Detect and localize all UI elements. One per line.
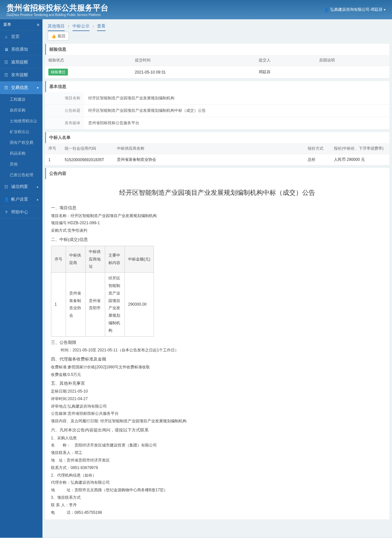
col-submitter: 提交人: [255, 55, 316, 66]
monitor-icon: 🖥: [4, 47, 8, 52]
contact-title: 3、项目联系方式: [51, 494, 384, 501]
breadcrumb-sep: ›: [68, 24, 69, 28]
cell-method: 总价: [304, 154, 331, 165]
buyer-tel: 联系方式：0851-83879976: [51, 464, 384, 472]
cell-submitter: 邓廷容: [255, 66, 316, 78]
sidebar-item-trade-info[interactable]: ☶ 交易信息 ▾: [0, 81, 42, 94]
sidebar-item-overdue[interactable]: ☶ 逾期提醒: [0, 56, 42, 69]
sidebar-item-help[interactable]: ? 帮助中心: [0, 206, 42, 219]
cell: 290000.00: [125, 273, 154, 336]
submenu-other[interactable]: 其他: [0, 159, 42, 170]
info-label: 发布媒体: [45, 117, 84, 129]
submenu-gov-procure[interactable]: 政府采购: [0, 105, 42, 116]
app-subtitle: GuiZhou Province Tendering and Bidding P…: [7, 13, 108, 17]
cell-code: 51520000569201835T: [61, 154, 114, 165]
list-icon: ☶: [4, 60, 8, 65]
menu-label: 菜单: [3, 22, 11, 27]
help-icon: ?: [4, 210, 8, 215]
info-row: 项目名称 经开区智能制造产业园项目产业发展规划编制机构: [45, 92, 389, 105]
sidebar-item-home[interactable]: ⌂ 首页: [0, 30, 42, 43]
fee-std: 收费标准:参照国家计价格[2002]1980号文件收费标准收取: [51, 363, 384, 371]
notice-main-title: 经开区智能制造产业园项目产业发展规划编制机构中标（成交）公告: [51, 182, 384, 203]
list-icon: ☶: [4, 85, 8, 90]
col-amount: 中标金额(元): [125, 246, 154, 272]
decide-date: 定标日期:2021-05-10: [51, 388, 384, 395]
verify-panel: 核验信息 核验状态 提交时间 提交人 原因说明 核验通过 2021-05-10 …: [45, 44, 389, 78]
info-row: 公告标题 经开区智能制造产业园项目产业发展规划编制机构中标（成交）公告: [45, 105, 389, 117]
col-content: 主要中标内容: [105, 246, 125, 272]
col-status: 核验状态: [45, 55, 132, 66]
info-value: 经开区智能制造产业园项目产业发展规划编制机构: [84, 92, 389, 104]
sidebar-item-credit[interactable]: ☷ 诚信档案 ▸: [0, 180, 42, 193]
contact-person: 联 系 人：李丹: [51, 501, 384, 509]
hamburger-icon[interactable]: ≡: [37, 23, 39, 27]
sidebar-item-label: 系统通知: [11, 46, 28, 52]
main-content: 其他项目 › 中标公示 › 查看 👍 返回 核验信息 核验状态 提交时间 提交人…: [42, 19, 392, 538]
cell: 经开区智能制造产业园项目产业发展规划编制机构: [105, 273, 125, 336]
cell-supplier: 贵州省装备制造业协会: [114, 154, 304, 165]
sidebar-item-label: 诚信档案: [11, 184, 28, 190]
thumbs-up-icon: 👍: [51, 34, 56, 39]
chevron-down-icon: ▾: [37, 86, 39, 90]
breadcrumb-sep: ›: [92, 24, 94, 28]
breadcrumb-item[interactable]: 中标公示: [73, 24, 90, 31]
section-title: 二、中标(成交)信息: [51, 236, 384, 244]
section-title: 四、代理服务收费标准及金额: [51, 355, 384, 363]
submenu-state-assets[interactable]: 国有产权交易: [0, 137, 42, 148]
proj-name: 项目名称：经开区智能制造产业园项目产业发展规划编制机构: [51, 212, 384, 220]
section-title: 五、其他补充事宜: [51, 379, 384, 388]
info-row: 发布媒体 贵州省招标投标公告服务平台: [45, 117, 389, 129]
notice-body: 经开区智能制造产业园项目产业发展规划编制机构中标（成交）公告 一、项目信息 项目…: [45, 179, 389, 519]
notice-media: 公告媒体:贵州省招标投标公共服务平台: [51, 410, 384, 417]
proj-no: 项目编号:HDZB-2021-099-1: [51, 219, 384, 227]
col-seq: 序号: [45, 143, 61, 154]
submenu-medicine[interactable]: 药品采购: [0, 148, 42, 159]
panel-title: 中标人名单: [45, 132, 389, 143]
verify-table: 核验状态 提交时间 提交人 原因说明 核验通过 2021-05-10 09:31…: [45, 55, 389, 78]
col-method: 报价方式: [304, 143, 331, 154]
sidebar-item-system-notice[interactable]: 🖥 系统通知: [0, 43, 42, 56]
breadcrumb-item[interactable]: 查看: [97, 24, 106, 31]
sidebar-item-label: 首页: [11, 34, 20, 40]
sidebar-item-account[interactable]: 👤 帐户设置 ▸: [0, 193, 42, 206]
winners-table: 序号 统一社会信用代码 中标供应商名称 报价方式 报价(中标价、下浮率或费率) …: [45, 143, 389, 165]
col-price: 报价(中标价、下浮率或费率): [331, 143, 389, 154]
user-icon: 👤: [324, 8, 329, 12]
user-menu[interactable]: 👤 弘典建设咨询有限公司-邓廷容 ▾: [324, 7, 385, 12]
basic-info-panel: 基本信息 项目名称 经开区智能制造产业园项目产业发展规划编制机构 公告标题 经开…: [45, 81, 389, 129]
submenu-construction[interactable]: 工程建设: [0, 94, 42, 105]
col-seq: 序号: [51, 246, 66, 272]
agent-name: 代理全称：弘典建设咨询有限公司: [51, 479, 384, 486]
panel-title: 公告内容: [45, 168, 389, 179]
breadcrumb-item[interactable]: 其他项目: [48, 24, 65, 31]
notice-panel: 公告内容 经开区智能制造产业园项目产业发展规划编制机构中标（成交）公告 一、项目…: [45, 168, 389, 519]
sidebar-item-publish[interactable]: ☶ 发布提醒: [0, 69, 42, 81]
menu-header: 菜单 ≡: [0, 19, 42, 30]
contact-tel: 电 话：0851-85755198: [51, 509, 384, 516]
section-title: 三、公告期限: [51, 339, 384, 347]
cell-reason: [316, 66, 389, 78]
info-label: 项目名称: [45, 92, 84, 104]
cell: 贵州省贵阳市: [86, 273, 105, 336]
submenu-land[interactable]: 土地使用权出让: [0, 116, 42, 126]
panel-title: 核验信息: [45, 44, 389, 55]
col-addr: 中标供应商地址: [86, 246, 105, 272]
back-button[interactable]: 👍 返回: [48, 32, 69, 41]
app-header: 贵州省招标投标公共服务平台 GuiZhou Province Tendering…: [0, 0, 392, 19]
agent-title: 2、代理机构信息（如有）: [51, 472, 384, 479]
submenu-mining[interactable]: 矿业权出让: [0, 126, 42, 137]
cell-price: 人民币 290000 元: [331, 154, 389, 165]
info-value: 贵州省招标投标公告服务平台: [84, 117, 389, 129]
submenu-sent[interactable]: 已发公告处理: [0, 170, 42, 180]
fee-amt: 收费金额:0.5万元: [51, 371, 384, 378]
sidebar-item-label: 逾期提醒: [11, 59, 28, 65]
table-row: 核验通过 2021-05-10 09:31 邓廷容: [45, 66, 389, 78]
proc-method: 采购方式:竞争性谈判: [51, 227, 384, 234]
review-time: 评审时间:2021-04-27: [51, 395, 384, 403]
back-label: 返回: [57, 33, 65, 39]
chevron-right-icon: ▸: [37, 185, 39, 189]
breadcrumb: 其他项目 › 中标公示 › 查看: [45, 19, 389, 32]
agent-addr: 地 址：贵阳市北京西路（世纪金源购物中心商务楼B座17层）: [51, 486, 384, 494]
bid-table: 序号 中标供应商 中标供应商地址 主要中标内容 中标金额(元) 1 贵州省装备制…: [51, 246, 154, 337]
cell-time: 2021-05-10 09:31: [132, 66, 255, 78]
